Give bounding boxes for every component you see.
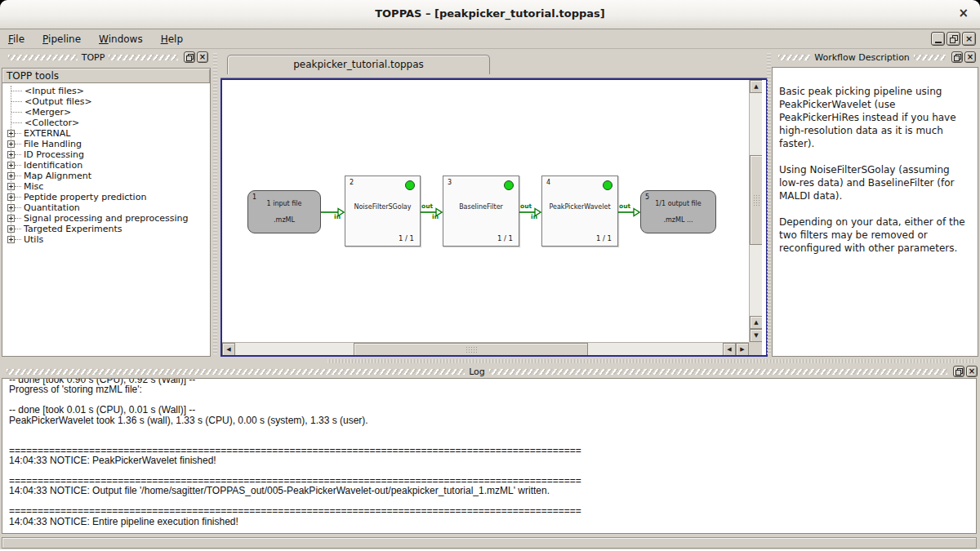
topp-dock: TOPP × TOPP tools <Input files><Output f… [2, 51, 211, 357]
tree-item-quantitation[interactable]: Quantitation [2, 202, 210, 213]
workflow-node-baselinefilter[interactable]: 3BaselineFilter1 / 1 [443, 176, 519, 247]
log-line: ========================================… [9, 506, 976, 516]
expand-icon[interactable] [7, 183, 15, 190]
tree-item-merger[interactable]: <Merger> [2, 107, 210, 118]
workflow-edge-1-2[interactable]: in [321, 202, 345, 223]
tree-item-label: Misc [24, 181, 43, 192]
topp-tools-tree: TOPP tools <Input files><Output files><M… [2, 68, 211, 357]
log-dock-header[interactable]: Log × [0, 365, 980, 378]
menu-help[interactable]: Help [161, 33, 183, 45]
scroll-left-icon[interactable]: ◀ [723, 343, 736, 355]
scroll-up-icon[interactable]: ▲ [750, 316, 762, 329]
expand-icon[interactable] [7, 140, 15, 148]
tree-item-external[interactable]: EXTERNAL [2, 128, 210, 139]
log-output[interactable]: -- done [took 0.90 s (CPU), 0.92 s (Wall… [2, 378, 977, 534]
tree-item-label: Targeted Experiments [24, 224, 122, 234]
horizontal-scrollbar[interactable]: ◀ ◀ ▶ [222, 342, 749, 355]
description-paragraph: Depending on your data, either of the tw… [779, 216, 971, 255]
edge-out-label: out [421, 203, 433, 210]
topp-dock-close-button[interactable]: × [197, 51, 208, 63]
tree-item-id-processing[interactable]: ID Processing [2, 149, 210, 160]
tree-item-collector[interactable]: <Collector> [2, 118, 210, 128]
log-line: PeakPickerWavelet took 1.36 s (wall), 1.… [9, 415, 976, 425]
horizontal-scroll-thumb[interactable] [354, 343, 588, 355]
scroll-down-icon[interactable]: ▼ [750, 329, 762, 342]
tree-branch-line [15, 239, 21, 240]
menu-pipeline[interactable]: Pipeline [42, 33, 81, 45]
description-dock-close-button[interactable]: × [964, 51, 976, 63]
title-bar[interactable]: TOPPAS – [peakpicker_tutorial.toppas] × [0, 0, 980, 29]
workflow-edge-4-5[interactable]: out [618, 202, 640, 223]
tree-branch-line [11, 101, 22, 102]
workflow-edge-2-3[interactable]: outin [421, 202, 443, 223]
tree-rows: <Input files><Output files><Merger><Coll… [2, 83, 210, 245]
tree-branch-line [15, 229, 21, 229]
splitter-log[interactable] [327, 358, 976, 364]
scroll-up-icon[interactable]: ▲ [750, 80, 762, 93]
mdi-minimize-button[interactable] [931, 32, 945, 46]
float-icon [186, 54, 194, 61]
log-dock-close-button[interactable]: × [966, 366, 978, 377]
workflow-canvas[interactable]: ▲ ▲ ▼ ◀ ◀ ▶ 11 input file.mzML2NoiseFilt… [222, 80, 762, 355]
tree-item-label: ID Processing [24, 149, 84, 160]
workflow-node-noisefiltersgolay[interactable]: 2NoiseFilterSGolay1 / 1 [345, 176, 421, 247]
vertical-scrollbar[interactable]: ▲ ▲ ▼ [749, 80, 762, 342]
tree-item-input-files[interactable]: <Input files> [2, 86, 210, 96]
description-dock-header[interactable]: Workflow Description × [772, 51, 978, 64]
tree-item-misc[interactable]: Misc [2, 181, 210, 192]
tab-peakpicker-tutorial[interactable]: peakpicker_tutorial.toppas [227, 55, 490, 74]
workflow-node-output[interactable]: 51/1 output file.mzML ... [640, 190, 716, 233]
expand-icon[interactable] [7, 162, 15, 169]
workflow-node-input[interactable]: 11 input file.mzML [247, 190, 321, 233]
close-icon: × [965, 34, 973, 43]
tree-item-file-handling[interactable]: File Handling [2, 139, 210, 149]
expand-icon[interactable] [7, 130, 15, 137]
log-line [9, 425, 976, 435]
expand-icon[interactable] [7, 172, 15, 180]
menu-windows[interactable]: Windows [99, 33, 143, 45]
description-dock-float-button[interactable] [951, 51, 963, 63]
tree-item-label: Quantitation [24, 202, 80, 213]
tree-item-peptide-property-prediction[interactable]: Peptide property prediction [2, 192, 210, 202]
scroll-left-icon[interactable]: ◀ [222, 343, 235, 355]
tree-item-utils[interactable]: Utils [2, 234, 210, 245]
topp-dock-float-button[interactable] [184, 51, 195, 63]
node-title: PeakPickerWavelet [542, 203, 617, 211]
tree-branch-line [15, 165, 21, 166]
edge-in-label: in [432, 214, 439, 220]
tree-item-signal-processing-and-preprocessing[interactable]: Signal processing and preprocessing [2, 213, 210, 224]
expand-icon[interactable] [7, 236, 15, 243]
scrollbar-corner [749, 342, 762, 355]
node-number: 5 [645, 193, 649, 201]
tree-item-targeted-experiments[interactable]: Targeted Experiments [2, 224, 210, 234]
topp-dock-header[interactable]: TOPP × [2, 51, 211, 64]
node-number: 2 [350, 179, 354, 186]
tab-bar: peakpicker_tutorial.toppas [220, 55, 768, 78]
tree-item-output-files[interactable]: <Output files> [2, 96, 210, 107]
log-dock-float-button[interactable] [953, 366, 964, 377]
expand-icon[interactable] [7, 204, 15, 211]
workflow-node-peakpickerwavelet[interactable]: 4PeakPickerWavelet1 / 1 [541, 176, 618, 247]
mdi-close-button[interactable]: × [962, 32, 976, 46]
expand-icon[interactable] [7, 193, 15, 201]
splitter-left[interactable] [212, 52, 219, 355]
expand-icon[interactable] [7, 151, 15, 158]
window-close-icon[interactable]: × [958, 6, 969, 20]
workflow-description-text[interactable]: Basic peak picking pipeline using PeakPi… [772, 67, 978, 357]
window-top-edge: TOPPAS – [peakpicker_tutorial.toppas] × [0, 0, 980, 29]
tree-item-identification[interactable]: Identification [2, 160, 210, 171]
mdi-restore-button[interactable] [947, 32, 960, 46]
dock-handle-texture [914, 55, 946, 60]
vertical-scroll-thumb[interactable] [750, 155, 762, 245]
node-progress: 1 / 1 [399, 234, 414, 242]
tree-item-map-alignment[interactable]: Map Alignment [2, 171, 210, 181]
mdi-window-controls: × [931, 32, 976, 46]
scroll-right-icon[interactable]: ▶ [736, 343, 749, 355]
log-line: -- done [took 0.01 s (CPU), 0.01 s (Wall… [9, 405, 976, 415]
node-status-finished-icon [504, 180, 514, 190]
tree-column-header[interactable]: TOPP tools [2, 69, 210, 83]
menu-file[interactable]: File [8, 33, 24, 45]
workflow-edge-3-4[interactable]: outin [519, 202, 541, 223]
expand-icon[interactable] [7, 225, 15, 233]
expand-icon[interactable] [7, 215, 15, 222]
